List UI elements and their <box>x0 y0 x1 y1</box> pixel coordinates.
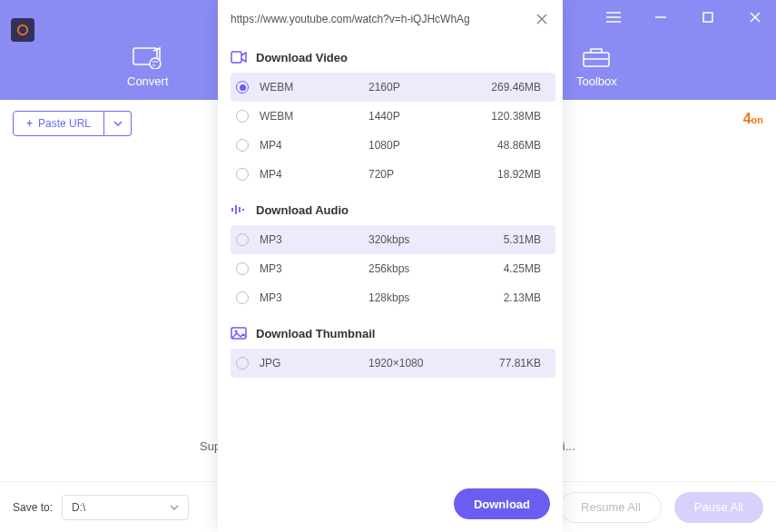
option-format: MP3 <box>260 262 368 275</box>
modal-close-button[interactable] <box>534 11 550 27</box>
option-quality: 256kbps <box>368 262 477 275</box>
save-to-select[interactable]: D:\ <box>62 495 189 520</box>
tab-convert-label: Convert <box>127 74 169 88</box>
radio-icon[interactable] <box>236 357 249 369</box>
option-size: 48.86MB <box>477 139 550 152</box>
option-quality: 1080P <box>368 139 477 152</box>
radio-icon[interactable] <box>236 81 249 94</box>
paste-url-button[interactable]: + Paste URL <box>13 111 104 136</box>
radio-icon[interactable] <box>236 110 249 123</box>
download-options-modal: https://www.youtube.com/watch?v=h-iQJHcW… <box>218 0 563 532</box>
plus-icon: + <box>26 117 33 130</box>
pause-all-label: Pause All <box>694 500 743 514</box>
svg-point-0 <box>18 25 28 35</box>
radio-icon[interactable] <box>236 291 249 304</box>
close-icon[interactable] <box>743 5 767 29</box>
video-icon <box>231 49 247 65</box>
app-logo <box>11 18 34 42</box>
radio-icon[interactable] <box>236 139 249 152</box>
menu-icon[interactable] <box>602 5 625 29</box>
option-size: 77.81KB <box>477 357 550 369</box>
minimize-icon[interactable] <box>649 5 673 29</box>
option-size: 120.38MB <box>477 110 550 123</box>
save-to-label: Save to: <box>13 501 53 514</box>
radio-icon[interactable] <box>236 262 249 275</box>
option-format: WEBM <box>260 110 368 123</box>
section-video-title: Download Video <box>256 51 348 64</box>
section-audio: Download Audio MP3320kbps5.31MBMP3256kbp… <box>231 194 555 312</box>
close-icon <box>536 14 547 25</box>
resume-all-label: Resume All <box>581 500 641 514</box>
video-option-row[interactable]: MP41080P48.86MB <box>231 131 555 160</box>
option-quality: 720P <box>368 168 477 181</box>
option-size: 269.46MB <box>477 81 550 94</box>
option-quality: 1920×1080 <box>368 357 477 369</box>
section-video: Download Video WEBM2160P269.46MBWEBM1440… <box>231 42 555 189</box>
option-format: MP3 <box>260 291 368 304</box>
option-format: MP4 <box>260 139 368 152</box>
option-quality: 320kbps <box>368 233 477 246</box>
option-format: WEBM <box>260 81 368 94</box>
radio-icon[interactable] <box>236 233 249 246</box>
option-size: 18.92MB <box>477 168 550 181</box>
section-thumbnail: Download Thumbnail JPG1920×108077.81KB <box>231 318 555 378</box>
paste-url-label: Paste URL <box>38 117 91 130</box>
option-size: 4.25MB <box>477 262 550 275</box>
thumbnail-option-row[interactable]: JPG1920×108077.81KB <box>231 349 555 378</box>
resume-all-button[interactable]: Resume All <box>560 492 662 523</box>
video-option-row[interactable]: WEBM1440P120.38MB <box>231 102 555 131</box>
save-to-value: D:\ <box>72 501 85 514</box>
tab-toolbox[interactable]: Toolbox <box>576 45 617 88</box>
section-thumbnail-title: Download Thumbnail <box>256 327 375 340</box>
option-size: 5.31MB <box>477 233 550 246</box>
toolbox-icon <box>581 45 612 69</box>
chevron-down-icon <box>170 505 179 510</box>
option-format: MP3 <box>260 233 368 246</box>
audio-icon <box>231 202 247 218</box>
chevron-down-icon <box>113 121 123 126</box>
audio-option-row[interactable]: MP3256kbps4.25MB <box>231 254 555 283</box>
image-icon <box>231 325 247 341</box>
download-button-label: Download <box>474 498 530 511</box>
option-quality: 128kbps <box>368 291 477 304</box>
tab-convert[interactable]: Convert <box>127 45 169 88</box>
download-button[interactable]: Download <box>454 488 550 519</box>
svg-point-9 <box>150 58 161 69</box>
svg-rect-5 <box>703 13 712 22</box>
video-option-row[interactable]: MP4720P18.92MB <box>231 160 555 189</box>
option-format: MP4 <box>260 168 368 181</box>
audio-option-row[interactable]: MP3128kbps2.13MB <box>231 283 555 312</box>
video-option-row[interactable]: WEBM2160P269.46MB <box>231 73 555 102</box>
source-url: https://www.youtube.com/watch?v=h-iQJHcW… <box>231 13 526 25</box>
option-quality: 2160P <box>368 81 477 94</box>
promo-badge: 4on <box>743 111 763 127</box>
svg-rect-14 <box>231 52 241 63</box>
pause-all-button[interactable]: Pause All <box>674 492 763 523</box>
tab-toolbox-label: Toolbox <box>576 74 617 88</box>
option-quality: 1440P <box>368 110 477 123</box>
option-format: JPG <box>260 357 368 369</box>
section-audio-title: Download Audio <box>256 203 349 217</box>
paste-url-dropdown[interactable] <box>104 111 132 136</box>
audio-option-row[interactable]: MP3320kbps5.31MB <box>231 225 555 254</box>
maximize-icon[interactable] <box>696 5 720 29</box>
radio-icon[interactable] <box>236 168 249 181</box>
option-size: 2.13MB <box>477 291 550 304</box>
convert-icon <box>133 45 163 69</box>
